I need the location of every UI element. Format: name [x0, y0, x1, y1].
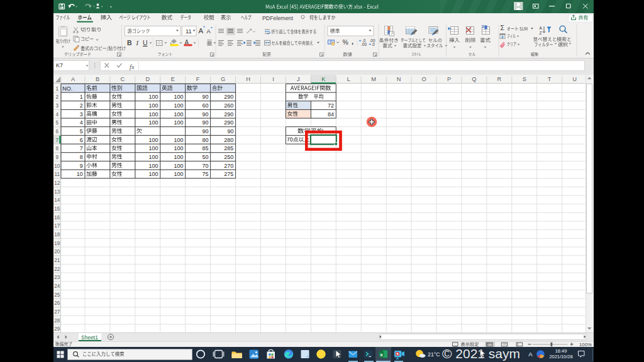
svg-text:4: 4	[55, 112, 58, 118]
svg-text:100: 100	[149, 94, 158, 100]
svg-text:.0: .0	[372, 42, 375, 47]
svg-text:24: 24	[54, 283, 60, 289]
svg-text:13: 13	[54, 189, 60, 195]
svg-text:D: D	[145, 76, 150, 82]
svg-text:R: R	[497, 76, 501, 82]
svg-text:275: 275	[224, 171, 233, 177]
svg-text:8: 8	[55, 146, 58, 151]
svg-text:20: 20	[54, 249, 60, 255]
svg-text:100: 100	[174, 137, 183, 143]
svg-text:70: 70	[202, 163, 208, 169]
svg-text:90: 90	[202, 119, 208, 126]
svg-text:1: 1	[80, 94, 83, 100]
svg-text:90: 90	[202, 111, 208, 118]
svg-text:90: 90	[227, 128, 233, 134]
svg-text:19: 19	[54, 241, 60, 246]
svg-text:21°C: 21°C	[428, 351, 440, 358]
svg-text:N: N	[397, 76, 401, 82]
svg-text:21: 21	[54, 258, 60, 263]
svg-text:100%: 100%	[579, 342, 592, 348]
svg-text:H: H	[246, 76, 250, 82]
svg-text:9: 9	[80, 163, 83, 169]
svg-text:,: ,	[352, 38, 353, 45]
svg-text:100: 100	[174, 119, 183, 126]
svg-text:100: 100	[174, 154, 183, 160]
svg-text:290: 290	[224, 94, 233, 100]
svg-text:28: 28	[54, 318, 60, 324]
svg-text:C: C	[121, 76, 125, 82]
svg-text:2: 2	[80, 102, 83, 109]
svg-text:270: 270	[224, 163, 233, 169]
svg-text:17: 17	[54, 223, 60, 229]
svg-text:5: 5	[55, 120, 58, 126]
svg-text:100: 100	[174, 94, 183, 100]
svg-text:80: 80	[202, 137, 208, 143]
svg-text:U: U	[143, 39, 148, 47]
svg-text:10: 10	[54, 163, 60, 169]
svg-text:16: 16	[54, 215, 60, 221]
svg-text:285: 285	[224, 145, 233, 151]
svg-text:.00: .00	[361, 42, 367, 47]
svg-text:T: T	[548, 76, 552, 82]
svg-text:12: 12	[54, 180, 60, 186]
svg-text:B: B	[96, 76, 99, 82]
svg-text:A: A	[199, 27, 204, 35]
svg-text:250: 250	[224, 154, 233, 160]
svg-text:50: 50	[202, 154, 208, 160]
svg-text:100: 100	[174, 102, 183, 109]
svg-text:%: %	[343, 38, 348, 46]
svg-text:23: 23	[54, 275, 60, 280]
svg-text:25: 25	[54, 292, 60, 298]
svg-text:O: O	[421, 76, 426, 82]
svg-text:4: 4	[80, 119, 83, 126]
svg-text:3: 3	[55, 103, 58, 109]
svg-text:100: 100	[174, 163, 183, 169]
svg-text:100: 100	[149, 102, 158, 109]
svg-text:100: 100	[149, 111, 158, 118]
svg-text:A: A	[540, 26, 543, 30]
svg-text:I: I	[272, 76, 274, 82]
svg-text:PDFelement: PDFelement	[262, 15, 293, 21]
svg-text:6: 6	[55, 129, 58, 134]
svg-text:90: 90	[202, 94, 208, 100]
svg-text:M: M	[371, 76, 376, 82]
svg-text:18: 18	[54, 232, 60, 238]
svg-text:3: 3	[80, 111, 83, 118]
svg-text:100: 100	[149, 163, 158, 169]
svg-text:7: 7	[55, 138, 58, 143]
svg-text:Σ: Σ	[501, 24, 505, 31]
svg-text:90: 90	[202, 128, 208, 134]
svg-text:10: 10	[77, 171, 83, 177]
svg-text:14: 14	[54, 197, 60, 203]
svg-text:60: 60	[202, 102, 208, 109]
svg-text:15: 15	[54, 206, 60, 212]
svg-text:290: 290	[224, 119, 233, 126]
svg-text:72: 72	[328, 102, 334, 109]
svg-text:26: 26	[54, 300, 60, 306]
svg-text:22: 22	[54, 266, 60, 272]
svg-text:NO.: NO.	[62, 85, 72, 92]
svg-text:S: S	[523, 76, 526, 82]
svg-text:F: F	[196, 76, 200, 82]
svg-text:100: 100	[174, 171, 183, 177]
svg-text:J: J	[297, 76, 300, 82]
svg-text:11: 11	[54, 172, 60, 177]
svg-text:16:49: 16:49	[555, 348, 567, 354]
svg-text:100: 100	[174, 145, 183, 151]
svg-text:A: A	[71, 76, 75, 82]
svg-text:A: A	[528, 351, 533, 358]
svg-text:L: L	[347, 76, 350, 82]
svg-text:G: G	[221, 76, 225, 82]
svg-text:85: 85	[202, 145, 208, 151]
svg-text:100: 100	[149, 145, 158, 151]
svg-text:9: 9	[55, 155, 58, 160]
svg-text:5: 5	[80, 128, 83, 134]
svg-text:8: 8	[80, 154, 83, 160]
svg-text:I: I	[136, 40, 139, 47]
svg-text:Q: Q	[472, 76, 476, 82]
svg-text:K7: K7	[56, 62, 63, 69]
svg-text:290: 290	[224, 111, 233, 118]
svg-text:260: 260	[224, 102, 233, 109]
svg-text:29: 29	[54, 326, 60, 332]
svg-text:A: A	[207, 28, 211, 35]
